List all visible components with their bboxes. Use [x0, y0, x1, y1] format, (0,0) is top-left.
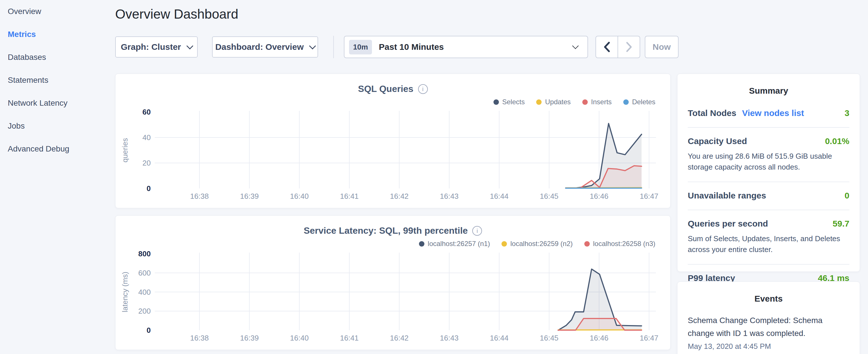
sql-queries-chart-card: SQL Queries i SelectsUpdatesInsertsDelet…	[115, 74, 671, 208]
chevron-down-icon	[309, 42, 316, 49]
capacity-used-label: Capacity Used	[688, 136, 747, 146]
capacity-used-value: 0.01%	[825, 136, 849, 146]
unavailable-ranges-label: Unavailable ranges	[688, 191, 766, 200]
time-range-badge: 10m	[349, 40, 372, 55]
sidebar-item-jobs[interactable]: Jobs	[0, 115, 115, 137]
svg-text:20: 20	[143, 159, 151, 167]
svg-text:600: 600	[138, 269, 151, 277]
svg-text:16:43: 16:43	[440, 334, 459, 342]
prev-interval-button[interactable]	[596, 36, 618, 58]
svg-text:800: 800	[138, 250, 151, 258]
chevron-down-icon	[186, 42, 193, 49]
svg-text:16:42: 16:42	[390, 334, 409, 342]
summary-title: Summary	[677, 74, 860, 96]
svg-text:200: 200	[138, 307, 151, 315]
svg-text:400: 400	[138, 288, 151, 296]
total-nodes-label: Total Nodes	[688, 108, 736, 118]
sidebar-item-statements[interactable]: Statements	[0, 69, 115, 92]
sidebar-item-advanced-debug[interactable]: Advanced Debug	[0, 137, 115, 160]
svg-text:16:42: 16:42	[390, 192, 409, 200]
time-range-label: Past 10 Minutes	[379, 42, 573, 52]
sidebar-item-network-latency[interactable]: Network Latency	[0, 92, 115, 115]
summary-row-total-nodes: Total Nodes View nodes list 3	[688, 96, 849, 128]
svg-text:60: 60	[143, 108, 151, 116]
service-latency-chart[interactable]: 16:3816:3916:4016:4116:4216:4316:4416:45…	[116, 216, 671, 350]
queries-per-second-label: Queries per second	[688, 219, 768, 229]
sidebar: Overview Metrics Databases Statements Ne…	[0, 0, 115, 354]
sidebar-item-databases[interactable]: Databases	[0, 46, 115, 69]
svg-text:16:39: 16:39	[240, 334, 259, 342]
svg-text:16:39: 16:39	[240, 192, 259, 200]
svg-text:16:46: 16:46	[590, 192, 608, 200]
graph-dropdown[interactable]: Graph: Cluster	[115, 36, 198, 58]
event-item-text[interactable]: Schema Change Completed: Schema change w…	[677, 314, 860, 340]
svg-text:16:45: 16:45	[540, 192, 559, 200]
chevron-right-icon	[625, 41, 633, 53]
controls-divider	[333, 36, 334, 58]
svg-text:queries: queries	[121, 138, 129, 162]
summary-row-capacity: Capacity Used 0.01% You are using 28.6 M…	[688, 128, 849, 182]
svg-text:16:41: 16:41	[340, 334, 359, 342]
events-title: Events	[677, 282, 860, 303]
svg-text:16:45: 16:45	[540, 334, 559, 342]
svg-text:latency (ms): latency (ms)	[121, 272, 129, 313]
svg-text:16:43: 16:43	[440, 192, 459, 200]
unavailable-ranges-value: 0	[844, 191, 849, 200]
svg-text:16:47: 16:47	[640, 334, 658, 342]
summary-row-unavailable-ranges: Unavailable ranges 0	[688, 182, 849, 210]
svg-text:16:44: 16:44	[490, 192, 508, 200]
queries-per-second-note: Sum of Selects, Updates, Inserts, and De…	[688, 233, 849, 255]
time-range-dropdown[interactable]: 10m Past 10 Minutes	[344, 36, 588, 58]
capacity-used-note: You are using 28.6 MiB of 515.9 GiB usab…	[688, 151, 849, 172]
svg-text:16:44: 16:44	[490, 334, 508, 342]
total-nodes-value: 3	[844, 108, 849, 118]
view-nodes-list-link[interactable]: View nodes list	[742, 108, 804, 118]
svg-text:16:46: 16:46	[590, 334, 608, 342]
graph-dropdown-label: Graph: Cluster	[121, 42, 181, 52]
svg-text:16:47: 16:47	[640, 192, 658, 200]
sidebar-item-metrics[interactable]: Metrics	[0, 23, 115, 46]
summary-row-qps: Queries per second 59.7 Sum of Selects, …	[688, 210, 849, 265]
svg-text:40: 40	[143, 133, 151, 142]
page-title: Overview Dashboard	[115, 6, 239, 22]
time-pager	[595, 36, 640, 58]
dashboard-dropdown-label: Dashboard: Overview	[215, 42, 304, 52]
svg-text:0: 0	[147, 184, 151, 193]
svg-text:16:38: 16:38	[190, 334, 209, 342]
svg-text:0: 0	[147, 326, 151, 334]
svg-text:16:41: 16:41	[340, 192, 359, 200]
sidebar-item-overview[interactable]: Overview	[0, 0, 115, 23]
svg-text:16:40: 16:40	[290, 334, 309, 342]
now-button[interactable]: Now	[645, 36, 679, 58]
event-item-timestamp: May 13, 2020 at 4:45 PM	[677, 342, 860, 351]
chevron-left-icon	[603, 41, 611, 53]
summary-panel: Summary Total Nodes View nodes list 3 Ca…	[677, 74, 860, 272]
events-panel: Events Schema Change Completed: Schema c…	[677, 282, 860, 354]
chevron-down-icon	[572, 43, 579, 49]
queries-per-second-value: 59.7	[833, 219, 849, 229]
svg-text:16:38: 16:38	[190, 192, 209, 200]
svg-text:16:40: 16:40	[290, 192, 309, 200]
sql-queries-chart[interactable]: 16:3816:3916:4016:4116:4216:4316:4416:45…	[116, 74, 671, 208]
service-latency-chart-card: Service Latency: SQL, 99th percentile i …	[115, 215, 671, 350]
dashboard-dropdown[interactable]: Dashboard: Overview	[212, 36, 318, 58]
next-interval-button[interactable]	[618, 36, 640, 58]
